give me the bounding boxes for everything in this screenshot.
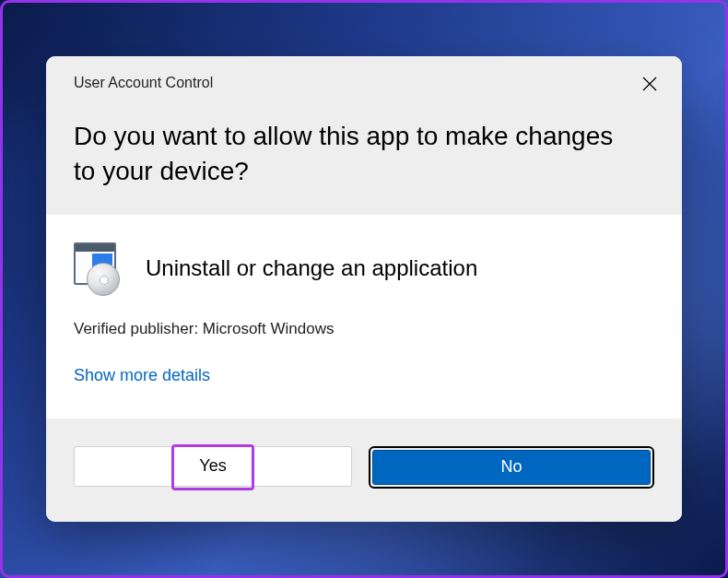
yes-button-container: Yes	[74, 446, 352, 489]
app-row: Uninstall or change an application	[74, 242, 654, 294]
app-name: Uninstall or change an application	[146, 255, 477, 281]
yes-button[interactable]: Yes	[74, 446, 352, 487]
dialog-body: Uninstall or change an application Verif…	[46, 215, 682, 419]
dialog-footer: Yes No	[46, 419, 682, 522]
close-icon	[642, 77, 657, 94]
dialog-title: User Account Control	[74, 75, 654, 91]
show-more-details-link[interactable]: Show more details	[74, 366, 210, 385]
dialog-header: User Account Control Do you want to allo…	[46, 56, 682, 215]
uac-dialog: User Account Control Do you want to allo…	[46, 56, 682, 522]
publisher-line: Verified publisher: Microsoft Windows	[74, 320, 654, 338]
dialog-question: Do you want to allow this app to make ch…	[74, 119, 654, 189]
no-button[interactable]: No	[372, 450, 651, 485]
uninstaller-icon	[74, 242, 125, 294]
no-button-container: No	[369, 446, 654, 489]
close-button[interactable]	[638, 73, 662, 97]
